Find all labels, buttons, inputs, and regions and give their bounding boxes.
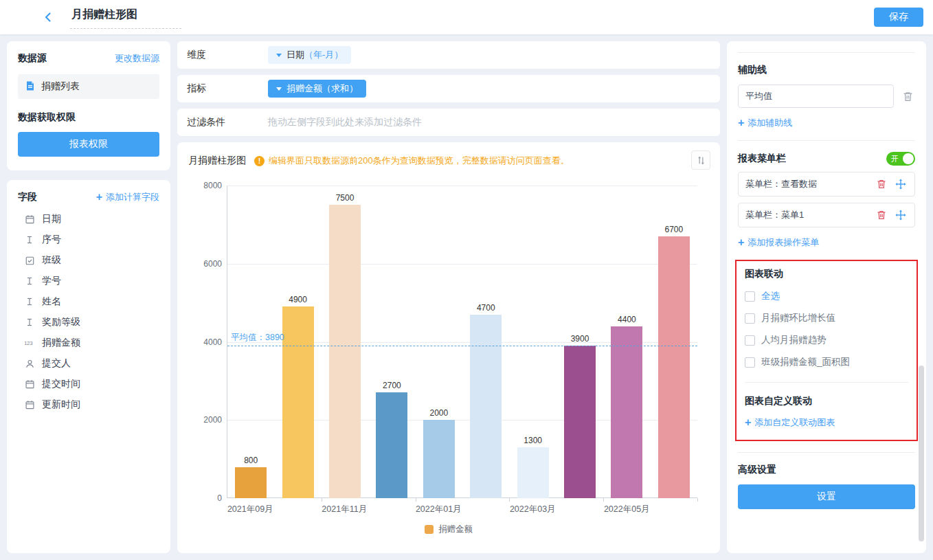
field-item[interactable]: 序号: [23, 229, 159, 250]
preview-notice: ! 编辑界面只取数据源前200条作为查询数据预览，完整数据请访问页面查看。: [254, 155, 570, 167]
filter-row[interactable]: 过滤条件 拖动左侧字段到此处来添加过滤条件: [177, 109, 720, 136]
settings-button[interactable]: 设置: [738, 484, 915, 509]
svg-text:123: 123: [24, 340, 32, 346]
linkage-option-label: 全选: [761, 290, 780, 302]
menu-bar-item[interactable]: 菜单栏：菜单1: [738, 203, 915, 227]
menu-bar-item-label: 菜单栏：查看数据: [745, 178, 869, 190]
report-permission-button[interactable]: 报表权限: [18, 132, 159, 157]
aux-line-row: [738, 85, 915, 108]
field-item[interactable]: 日期: [23, 209, 159, 229]
bar-slot: 4700: [462, 186, 509, 498]
bar-2021年12月[interactable]: 2700: [376, 392, 407, 498]
field-item[interactable]: 班级: [23, 250, 159, 271]
field-item[interactable]: 提交时间: [23, 374, 159, 394]
checkbox-icon[interactable]: [745, 335, 755, 346]
bar-2021年09月[interactable]: 800: [235, 467, 267, 499]
field-item[interactable]: 更新时间: [23, 394, 159, 415]
checkbox-icon[interactable]: [745, 291, 755, 302]
field-item[interactable]: 奖励等级: [23, 312, 159, 333]
bar-2022年03月[interactable]: 1300: [517, 447, 549, 498]
menu-delete-button[interactable]: [875, 177, 888, 191]
bar-2022年06月[interactable]: 6700: [658, 236, 690, 498]
trash-icon: [876, 210, 887, 221]
change-datasource-link[interactable]: 更改数据源: [115, 52, 159, 65]
bar-slot: 4400: [603, 186, 650, 498]
bar-value-label: 4700: [477, 303, 495, 313]
field-item[interactable]: 姓名: [23, 291, 159, 312]
y-axis-tick-label: 2000: [186, 415, 222, 425]
bar-2022年01月[interactable]: 2000: [423, 420, 455, 498]
field-item-label: 捐赠金额: [42, 337, 80, 349]
linkage-highlight-box: 图表联动 全选月捐赠环比增长值人均月捐赠趋势班级捐赠金额_面积图 图表自定义联动…: [735, 260, 918, 441]
right-sidebar: 辅助线 +添加辅助线 报表菜单栏 开 菜单栏：查看数据菜单栏：菜单1 +添加报表…: [727, 41, 926, 553]
linkage-option[interactable]: 全选: [745, 290, 908, 302]
report-menu-heading: 报表菜单栏: [738, 153, 786, 165]
bar-2022年04月[interactable]: 3900: [564, 346, 596, 498]
plus-icon: +: [738, 237, 744, 248]
advanced-settings-heading: 高级设置: [738, 464, 915, 476]
x-axis-label: [557, 504, 604, 515]
aux-line-input[interactable]: [738, 85, 894, 108]
y-axis-tick-label: 0: [186, 493, 222, 503]
menu-delete-button[interactable]: [875, 208, 888, 222]
plus-icon: +: [745, 417, 751, 428]
datasource-item[interactable]: 捐赠列表: [18, 74, 159, 99]
editor-main: 维度 日期（年-月） 指标 捐赠金额（求和） 过滤条件 拖动左侧字段到此处来添加…: [177, 41, 720, 553]
move-icon: [895, 179, 906, 190]
linkage-option[interactable]: 班级捐赠金额_面积图: [745, 356, 908, 368]
metric-row: 指标 捐赠金额（求和）: [177, 75, 720, 102]
field-item-label: 姓名: [42, 295, 61, 308]
trash-icon: [876, 179, 887, 190]
x-axis-tick: [603, 498, 604, 502]
save-button[interactable]: 保存: [874, 8, 923, 27]
field-item[interactable]: 提交人: [23, 353, 159, 374]
menu-move-button[interactable]: [894, 208, 908, 222]
add-custom-linkage-link[interactable]: +添加自定义联动图表: [745, 416, 835, 429]
checkbox-icon[interactable]: [745, 357, 755, 368]
bar-value-label: 7500: [336, 193, 355, 203]
chart-legend[interactable]: 捐赠金额: [188, 524, 709, 535]
bar-slot: 7500: [322, 186, 368, 498]
x-axis-tick: [509, 498, 510, 502]
filter-label: 过滤条件: [187, 116, 268, 128]
y-axis-tick-label: 8000: [186, 181, 222, 190]
scrollbar-thumb[interactable]: [919, 366, 924, 541]
y-axis-tick-label: 4000: [186, 337, 222, 347]
bar-2021年10月[interactable]: 4900: [282, 306, 314, 498]
report-menu-toggle[interactable]: 开: [886, 152, 915, 166]
bar-value-label: 2700: [383, 381, 401, 390]
filter-dropzone-placeholder: 拖动左侧字段到此处来添加过滤条件: [268, 116, 422, 128]
bar-2022年02月[interactable]: 4700: [470, 315, 502, 498]
checkbox-icon[interactable]: [745, 313, 755, 324]
field-item[interactable]: 123捐赠金额: [23, 333, 159, 353]
x-axis-labels: 2021年09月2021年11月2022年01月2022年03月2022年05月: [227, 504, 697, 515]
bar-value-label: 6700: [665, 225, 684, 234]
aux-delete-button[interactable]: [901, 89, 915, 104]
sort-button[interactable]: [691, 150, 710, 170]
add-calc-field-link[interactable]: +添加计算字段: [96, 191, 159, 203]
left-sidebar: 数据源 更改数据源 捐赠列表 数据获取权限 报表权限 字段 +添加计算字段 日期…: [7, 41, 170, 553]
menu-move-button[interactable]: [894, 177, 908, 191]
back-button[interactable]: [41, 10, 55, 24]
sort-icon: [696, 155, 706, 166]
add-report-menu-link[interactable]: +添加报表操作菜单: [738, 236, 819, 249]
field-item[interactable]: 学号: [23, 271, 159, 291]
chevron-left-icon: [43, 12, 54, 23]
data-permission-heading: 数据获取权限: [18, 111, 159, 124]
linkage-option[interactable]: 人均月捐赠趋势: [745, 334, 908, 346]
page-title: 月捐赠柱形图: [70, 6, 181, 29]
legend-label: 捐赠金额: [438, 524, 473, 535]
text-field-icon: [23, 317, 36, 327]
dimension-row: 维度 日期（年-月）: [177, 41, 720, 69]
chart-card: 月捐赠柱形图 ! 编辑界面只取数据源前200条作为查询数据预览，完整数据请访问页…: [177, 142, 720, 553]
dimension-pill[interactable]: 日期（年-月）: [268, 46, 351, 64]
bars-container: 800490075002700200047001300390044006700: [227, 186, 697, 498]
metric-pill[interactable]: 捐赠金额（求和）: [268, 80, 366, 98]
bar-2022年05月[interactable]: 4400: [611, 326, 642, 498]
linkage-option[interactable]: 月捐赠环比增长值: [745, 312, 908, 324]
fields-card: 字段 +添加计算字段 日期序号班级学号姓名奖励等级123捐赠金额提交人提交时间更…: [7, 180, 170, 553]
add-aux-line-link[interactable]: +添加辅助线: [738, 117, 792, 129]
bar-slot: 3900: [557, 186, 603, 498]
bar-2021年11月[interactable]: 7500: [329, 205, 361, 498]
menu-bar-item[interactable]: 菜单栏：查看数据: [738, 172, 915, 197]
